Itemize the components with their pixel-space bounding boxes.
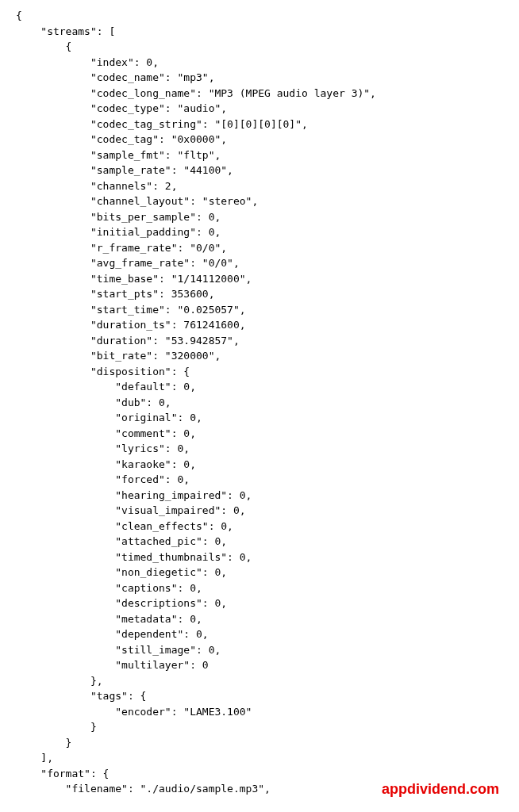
json-code-block: { "streams": [ { "index": 0, "codec_name… xyxy=(16,8,519,797)
watermark-text: appdividend.com xyxy=(382,779,499,800)
